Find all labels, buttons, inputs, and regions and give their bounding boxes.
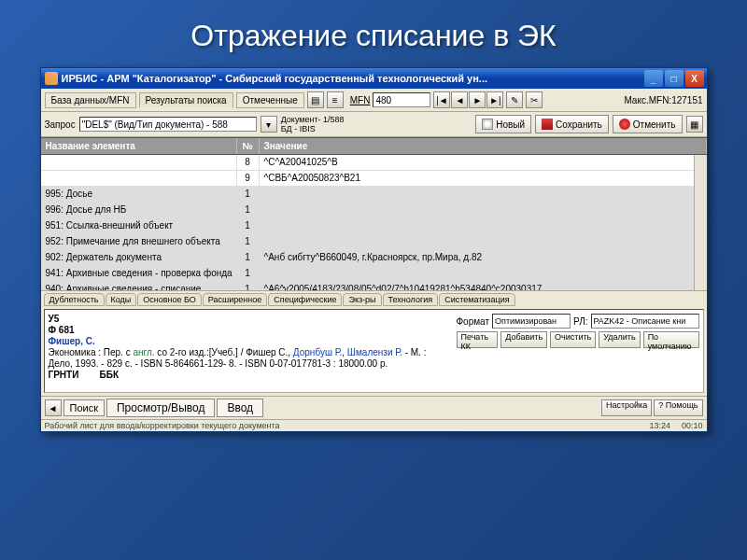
- app-icon: [45, 72, 58, 85]
- settings-button[interactable]: Настройка: [601, 399, 652, 416]
- sub-tab[interactable]: Основное БО: [137, 293, 202, 306]
- save-button[interactable]: Сохранить: [535, 115, 609, 133]
- cell-num: 1: [237, 187, 260, 202]
- tool-icon-4[interactable]: ✂: [526, 91, 543, 108]
- tool-icon-2[interactable]: ≡: [327, 91, 344, 108]
- table-row[interactable]: 941: Архивные сведения - проверка фонда1: [41, 266, 707, 282]
- save-icon: [542, 119, 553, 130]
- titlebar: ИРБИС - АРМ "Каталогизатор" - Сибирский …: [41, 68, 707, 89]
- cell-name: 952: Примечание для внешнего объекта: [41, 234, 237, 249]
- cell-value: [260, 266, 707, 281]
- cell-num: 1: [237, 234, 260, 249]
- preview-side-panel: Формат РЛ: Печать КК Добавить Очистить У…: [457, 314, 699, 388]
- table-row[interactable]: 8^С^А20041025^В: [41, 155, 707, 171]
- table-row[interactable]: 902: Держатель документа1^Анб сибгту^В66…: [41, 250, 707, 266]
- cell-value: ^СВБ^А20050823^В21: [260, 171, 707, 186]
- grid-body: 8^С^А20041025^В9^СВБ^А20050823^В21995: Д…: [41, 155, 707, 290]
- cell-name: 951: Ссылка-внешний объект: [41, 218, 237, 233]
- status-hint: Рабочий лист для ввода/корректировки тек…: [45, 421, 639, 430]
- cell-value: ^С^А20041025^В: [260, 155, 707, 170]
- cell-name: 940: Архивные сведения - списание: [41, 282, 237, 290]
- clear-button[interactable]: Очистить: [550, 331, 596, 348]
- rl-select[interactable]: [591, 314, 699, 329]
- cell-num: 1: [237, 203, 260, 217]
- mfn-input[interactable]: [373, 92, 430, 107]
- print-kk-button[interactable]: Печать КК: [457, 331, 499, 348]
- status-bar: Рабочий лист для ввода/корректировки тек…: [41, 419, 707, 431]
- cell-value: [260, 218, 707, 233]
- new-button[interactable]: Новый: [475, 115, 531, 133]
- tab-marked[interactable]: Отмеченные: [236, 92, 304, 108]
- extra-tool-button[interactable]: ▦: [686, 116, 703, 133]
- cell-num: 8: [237, 155, 260, 170]
- cell-value: [260, 203, 707, 217]
- query-toolbar: Запрос ▾ Документ- 1/588 БД - IBIS Новый…: [41, 112, 707, 137]
- tab-scroll-left[interactable]: ◄: [45, 399, 62, 416]
- top-toolbar: База данных/MFN Результаты поиска Отмече…: [41, 89, 707, 112]
- cell-name: 996: Досье для НБ: [41, 203, 237, 217]
- max-mfn-label: Макс.MFN:127151: [624, 95, 702, 105]
- doc-info: Документ- 1/588 БД - IBIS: [281, 115, 345, 133]
- cell-num: 1: [237, 250, 260, 265]
- sub-tab[interactable]: Технология: [383, 293, 439, 306]
- cell-num: 1: [237, 218, 260, 233]
- table-row[interactable]: 996: Досье для НБ1: [41, 203, 707, 218]
- tool-icon-1[interactable]: ▤: [307, 91, 324, 108]
- new-icon: [482, 119, 493, 130]
- tab-results[interactable]: Результаты поиска: [139, 92, 233, 108]
- status-time: 13:24: [649, 421, 670, 430]
- cell-value: ^Анб сибгту^В660049, г.Красноярск, пр.Ми…: [260, 250, 707, 265]
- sub-tabs: ДублетностьКодыОсновное БОРасширенноеСпе…: [41, 290, 707, 306]
- cell-value: ^А6^v2005/4183/23/08/05^d02/7^h10419281^…: [260, 282, 707, 290]
- mfn-label: MFN: [350, 95, 371, 105]
- main-tabs: ◄ Поиск Просмотр/Вывод Ввод Настройка ? …: [41, 396, 707, 419]
- window-title: ИРБИС - АРМ "Каталогизатор" - Сибирский …: [62, 73, 644, 84]
- query-label: Запрос: [45, 119, 76, 130]
- cancel-button[interactable]: Отменить: [613, 115, 683, 133]
- query-input[interactable]: [79, 117, 257, 132]
- tool-icon-3[interactable]: ✎: [506, 91, 523, 108]
- sub-tab[interactable]: Экз-ры: [343, 293, 381, 306]
- nav-next-button[interactable]: ►: [469, 91, 486, 108]
- help-button[interactable]: ? Помощь: [654, 399, 702, 416]
- sub-tab[interactable]: Расширенное: [203, 293, 267, 306]
- sub-tab[interactable]: Специфические: [268, 293, 342, 306]
- tab-view[interactable]: Просмотр/Вывод: [106, 399, 215, 417]
- table-row[interactable]: 952: Примечание для внешнего объекта1: [41, 234, 707, 250]
- add-button[interactable]: Добавить: [500, 331, 547, 348]
- cell-num: 9: [237, 171, 260, 186]
- cell-name: [41, 171, 237, 186]
- cancel-icon: [619, 119, 630, 130]
- cell-name: 941: Архивные сведения - проверка фонда: [41, 266, 237, 281]
- query-dropdown-button[interactable]: ▾: [261, 116, 277, 133]
- cell-name: [41, 155, 237, 170]
- record-preview: У5 Ф 681 Фишер, С. Экономика : Пер. с ан…: [49, 314, 451, 388]
- nav-prev-button[interactable]: ◄: [451, 91, 468, 108]
- table-row[interactable]: 940: Архивные сведения - списание1^А6^v2…: [41, 282, 707, 290]
- tab-input[interactable]: Ввод: [217, 399, 263, 417]
- cell-num: 1: [237, 266, 260, 281]
- tab-database[interactable]: База данных/MFN: [45, 92, 136, 108]
- cell-value: [260, 234, 707, 249]
- cell-name: 902: Держатель документа: [41, 250, 237, 265]
- sub-tab[interactable]: Коды: [106, 293, 137, 306]
- slide-title: Отражение списание в ЭК: [0, 0, 747, 67]
- preview-pane: У5 Ф 681 Фишер, С. Экономика : Пер. с ан…: [44, 309, 704, 393]
- vertical-scrollbar[interactable]: [694, 155, 707, 290]
- minimize-button[interactable]: _: [644, 70, 663, 87]
- nav-last-button[interactable]: ►|: [486, 91, 503, 108]
- nav-first-button[interactable]: |◄: [433, 91, 450, 108]
- col-header-value: Значение: [260, 138, 707, 154]
- col-header-num: №: [237, 138, 260, 154]
- maximize-button[interactable]: □: [665, 70, 684, 87]
- default-button[interactable]: По умолчанию: [643, 331, 699, 348]
- sub-tab[interactable]: Систематизация: [439, 293, 514, 306]
- sub-tab[interactable]: Дублетность: [44, 293, 105, 306]
- table-row[interactable]: 9^СВБ^А20050823^В21: [41, 171, 707, 187]
- format-select[interactable]: [492, 314, 571, 329]
- tab-search[interactable]: Поиск: [63, 399, 105, 416]
- table-row[interactable]: 951: Ссылка-внешний объект1: [41, 218, 707, 234]
- close-button[interactable]: X: [685, 70, 704, 87]
- table-row[interactable]: 995: Досье1: [41, 187, 707, 203]
- delete-button[interactable]: Удалить: [599, 331, 640, 348]
